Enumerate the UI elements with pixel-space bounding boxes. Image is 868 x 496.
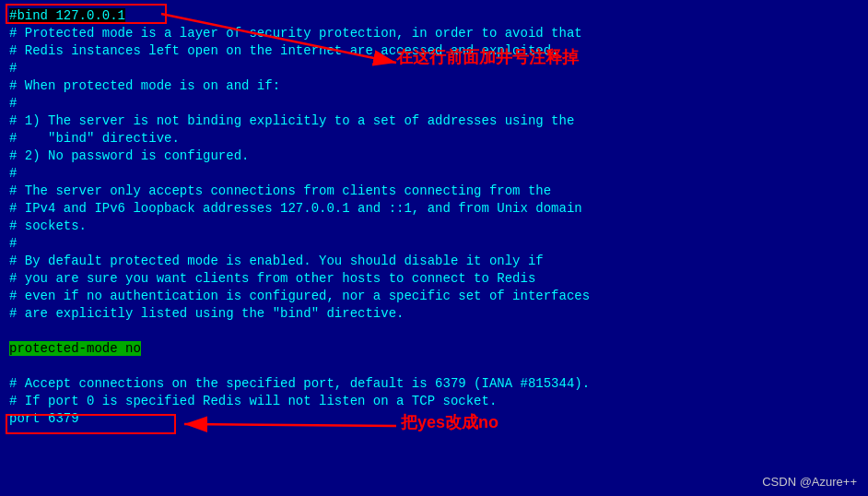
line-14: #	[9, 235, 859, 253]
line-17: # even if no authentication is configure…	[9, 288, 859, 305]
line-18: # are explicitly listed using the "bind"…	[9, 305, 859, 323]
line-16: # you are sure you want clients from oth…	[9, 270, 859, 288]
bind-highlight: #bind 127.0.0.1	[9, 8, 125, 23]
line-bind: #bind 127.0.0.1	[9, 7, 859, 25]
line-7: # 1) The server is not binding explicitl…	[9, 112, 859, 130]
line-15: # By default protected mode is enabled. …	[9, 253, 859, 270]
line-2: # Protected mode is a layer of security …	[9, 25, 859, 42]
terminal: #bind 127.0.0.1 # Protected mode is a la…	[0, 0, 868, 496]
line-22: # Accept connections on the specified po…	[9, 375, 859, 393]
line-5: # When protected mode is on and if:	[9, 77, 859, 95]
line-12: # IPv4 and IPv6 loopback addresses 127.0…	[9, 200, 859, 218]
line-21	[9, 358, 859, 375]
line-23: # If port 0 is specified Redis will not …	[9, 393, 859, 410]
line-6: #	[9, 95, 859, 112]
watermark: CSDN @Azure++	[762, 475, 857, 489]
annotation-bind: 在这行前面加井号注释掉	[396, 46, 579, 68]
line-11: # The server only accepts connections fr…	[9, 183, 859, 200]
line-19	[9, 323, 859, 340]
line-13: # sockets.	[9, 218, 859, 235]
line-9: # 2) No password is configured.	[9, 148, 859, 165]
annotation-protected-mode: 把yes改成no	[401, 411, 499, 433]
line-8: # "bind" directive.	[9, 130, 859, 148]
line-protected-mode: protected-mode no	[9, 340, 859, 358]
protected-mode-highlight: protected-mode no	[9, 341, 141, 356]
line-10: #	[9, 165, 859, 183]
